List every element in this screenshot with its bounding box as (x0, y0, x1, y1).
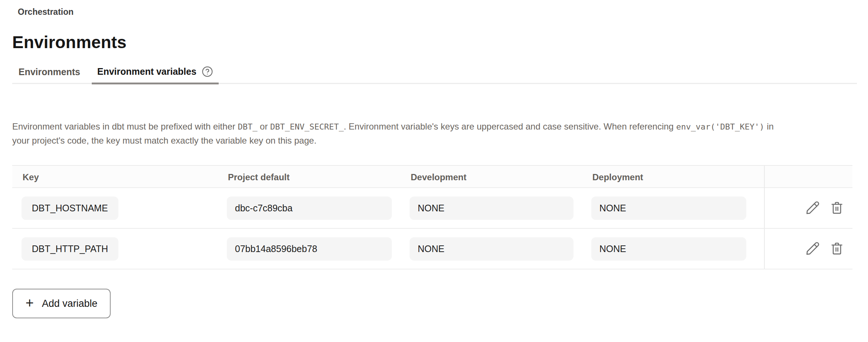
deployment-cell: NONE (591, 229, 764, 269)
project-default-cell: 07bb14a8596beb78 (227, 229, 410, 269)
trash-icon (830, 252, 844, 257)
page-title: Environments (12, 33, 857, 52)
tab-bar: Environments Environment variables (12, 66, 857, 84)
development-value-pill: NONE (410, 197, 573, 220)
code-dbt-prefix: DBT_ (238, 122, 258, 131)
development-cell: NONE (410, 188, 591, 228)
row-actions (764, 229, 852, 269)
description-text: . Environment variable's keys are upperc… (344, 121, 676, 131)
column-header-project-default: Project default (227, 172, 410, 182)
delete-variable-button[interactable] (830, 241, 844, 256)
deployment-value-pill: NONE (591, 197, 746, 220)
pencil-icon (805, 211, 820, 217)
add-variable-button[interactable]: + Add variable (12, 289, 111, 318)
delete-variable-button[interactable] (830, 201, 844, 215)
row-actions (764, 188, 852, 228)
code-dbt-env-secret-prefix: DBT_ENV_SECRET_ (270, 122, 344, 131)
deployment-cell: NONE (591, 188, 764, 228)
tab-environments-label: Environments (18, 67, 80, 77)
development-cell: NONE (410, 229, 591, 269)
variable-key-pill: DBT_HOSTNAME (21, 197, 118, 220)
pencil-icon (805, 252, 820, 257)
environment-variables-page: Orchestration Environments Environments … (0, 0, 868, 318)
development-value-pill: NONE (410, 237, 573, 261)
column-header-actions (764, 166, 852, 189)
column-header-key: Key (21, 172, 227, 182)
trash-icon (830, 211, 844, 217)
edit-variable-button[interactable] (805, 241, 820, 256)
column-header-development: Development (410, 172, 591, 182)
code-env-var-example: env_var('DBT_KEY') (676, 122, 764, 131)
key-cell: DBT_HOSTNAME (21, 188, 227, 228)
description-text: Environment variables in dbt must be pre… (12, 121, 238, 131)
edit-variable-button[interactable] (805, 201, 820, 215)
add-variable-label: Add variable (42, 298, 97, 309)
project-default-cell: dbc-c7c89cba (227, 188, 410, 228)
table-row: DBT_HOSTNAME dbc-c7c89cba NONE NONE (12, 188, 852, 229)
project-default-value-pill: dbc-c7c89cba (227, 197, 392, 220)
tab-environment-variables[interactable]: Environment variables (92, 66, 219, 84)
table-header-row: Key Project default Development Deployme… (12, 165, 852, 188)
tab-environment-variables-label: Environment variables (97, 66, 196, 77)
description-text: or (258, 121, 270, 131)
table-row: DBT_HTTP_PATH 07bb14a8596beb78 NONE NONE (12, 229, 852, 269)
environment-variables-table: Key Project default Development Deployme… (12, 165, 852, 269)
variable-key-pill: DBT_HTTP_PATH (21, 237, 118, 261)
deployment-value-pill: NONE (591, 237, 746, 261)
tab-environments[interactable]: Environments (13, 67, 86, 84)
key-cell: DBT_HTTP_PATH (21, 229, 227, 269)
question-circle-icon[interactable] (202, 66, 213, 77)
column-header-deployment: Deployment (591, 172, 764, 182)
breadcrumb: Orchestration (18, 7, 857, 17)
plus-icon: + (26, 296, 34, 310)
project-default-value-pill: 07bb14a8596beb78 (227, 237, 392, 261)
page-description: Environment variables in dbt must be pre… (12, 120, 787, 147)
